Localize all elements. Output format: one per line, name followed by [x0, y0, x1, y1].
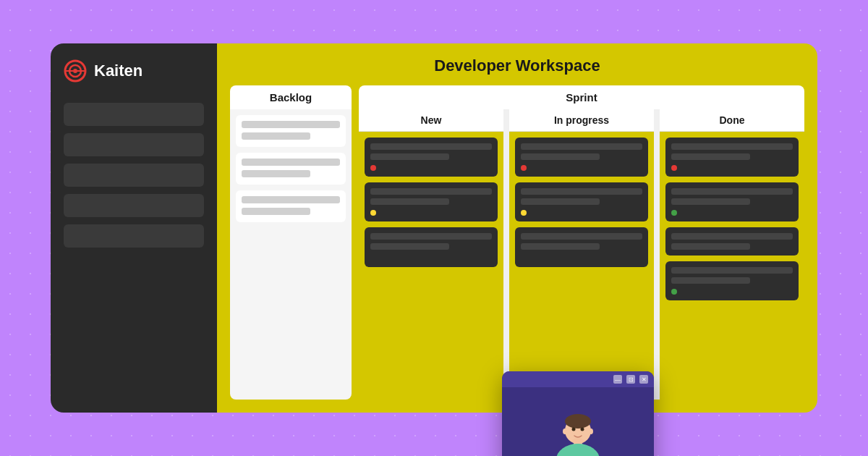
dot-yellow-icon [521, 210, 527, 216]
dot-green-icon [671, 210, 677, 216]
sprint-card-line [370, 198, 449, 205]
sprint-card-line [370, 188, 492, 195]
sprint-col-inprogress: In progress [509, 109, 654, 400]
dot-red-icon [521, 165, 527, 171]
sprint-card-line [521, 153, 600, 160]
sidebar-nav [64, 103, 204, 248]
columns-wrapper: Backlog [230, 85, 804, 400]
sprint-card-line [671, 277, 750, 284]
logo-area: Kaiten [64, 59, 204, 83]
backlog-card-3[interactable] [236, 190, 346, 222]
sprint-card-new-3[interactable] [365, 227, 498, 267]
backlog-card-2[interactable] [236, 153, 346, 185]
backlog-body [230, 109, 352, 400]
backlog-column: Backlog [230, 85, 352, 400]
sprint-card-line [671, 188, 793, 195]
svg-point-15 [563, 428, 567, 434]
kaiten-logo-icon [64, 59, 87, 83]
sprint-col-body-inprogress [509, 132, 654, 400]
dot-red-icon [671, 165, 677, 171]
sprint-card-done-3[interactable] [665, 227, 799, 256]
app-name: Kaiten [94, 62, 142, 80]
sprint-card-line [370, 143, 492, 150]
sprint-card-inprogress-3[interactable] [515, 227, 648, 267]
card-line [242, 121, 340, 128]
dot-green-icon [671, 289, 677, 295]
popup-content [502, 387, 654, 456]
sprint-card-line [671, 243, 750, 250]
sprint-col-header-done: Done [660, 109, 804, 132]
sprint-card-line [671, 267, 793, 274]
sprint-card-inprogress-1[interactable] [515, 138, 648, 177]
sprint-col-new: New [359, 109, 503, 400]
popup-minimize-button[interactable]: — [613, 375, 622, 384]
card-line [242, 159, 340, 166]
sprint-card-line [671, 233, 793, 240]
popup-window: — ⊡ ✕ [502, 371, 654, 456]
popup-titlebar: — ⊡ ✕ [502, 371, 654, 387]
sprint-col-body-new [359, 132, 503, 400]
svg-point-7 [565, 414, 591, 428]
sprint-section: Sprint New [359, 85, 804, 400]
sidebar: Kaiten [51, 43, 217, 413]
sprint-header: Sprint [359, 85, 804, 109]
sprint-card-line [370, 243, 449, 250]
sprint-card-line [671, 198, 750, 205]
sprint-card-inprogress-2[interactable] [515, 182, 648, 221]
sidebar-item-4[interactable] [64, 194, 204, 217]
sprint-card-line [521, 188, 642, 195]
card-line [242, 196, 340, 203]
main-container: Kaiten Developer Workspace Backlog [51, 43, 817, 413]
sprint-card-line [521, 243, 600, 250]
sprint-card-line [671, 153, 750, 160]
sprint-card-new-1[interactable] [365, 138, 498, 177]
sprint-col-done: Done [660, 109, 804, 400]
card-line [242, 132, 310, 140]
svg-point-14 [581, 428, 584, 431]
sprint-card-line [370, 233, 492, 240]
card-line [242, 170, 310, 177]
sprint-card-done-2[interactable] [665, 182, 799, 221]
sidebar-item-1[interactable] [64, 103, 204, 126]
backlog-header: Backlog [230, 85, 352, 109]
sprint-card-line [370, 153, 449, 160]
dot-yellow-icon [370, 210, 376, 216]
sprint-card-line [521, 233, 642, 240]
popup-maximize-button[interactable]: ⊡ [626, 375, 635, 384]
card-line [242, 208, 310, 215]
sprint-col-header-inprogress: In progress [509, 109, 654, 132]
sprint-col-body-done [660, 132, 804, 400]
dot-red-icon [370, 165, 376, 171]
sprint-card-done-4[interactable] [665, 261, 799, 300]
svg-point-2 [73, 69, 77, 73]
board-area: Developer Workspace Backlog [217, 43, 817, 413]
backlog-card-1[interactable] [236, 115, 346, 147]
sprint-col-header-new: New [359, 109, 503, 132]
sprint-card-done-1[interactable] [665, 138, 799, 177]
sidebar-item-5[interactable] [64, 224, 204, 248]
sidebar-item-2[interactable] [64, 133, 204, 156]
sprint-card-new-2[interactable] [365, 182, 498, 221]
sprint-card-line [521, 198, 600, 205]
sprint-card-line [671, 143, 793, 150]
svg-point-16 [589, 428, 593, 434]
board-title: Developer Workspace [230, 56, 804, 75]
svg-point-13 [572, 428, 576, 431]
sidebar-item-3[interactable] [64, 164, 204, 187]
svg-point-17 [572, 438, 584, 444]
sprint-columns: New [359, 109, 804, 400]
popup-close-button[interactable]: ✕ [639, 375, 648, 384]
person-illustration [531, 391, 625, 456]
sprint-card-line [521, 143, 642, 150]
